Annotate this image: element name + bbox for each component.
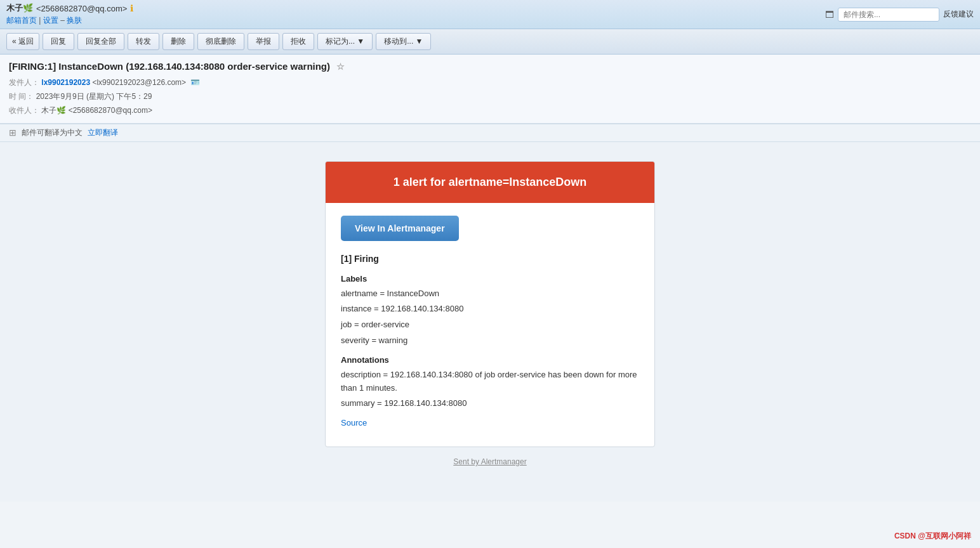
translate-bar: ⊞ 邮件可翻译为中文 立即翻译 (0, 124, 980, 142)
annotations-title: Annotations (341, 355, 639, 365)
window-icon: 🗖 (825, 10, 834, 20)
email-card: 1 alert for alertname=InstanceDown View … (325, 161, 655, 448)
description-text: description = 192.168.140.134:8080 of jo… (341, 369, 639, 395)
search-input[interactable] (838, 8, 939, 22)
reply-all-button[interactable]: 回复全部 (77, 33, 124, 50)
label-instance: instance = 192.168.140.134:8080 (341, 303, 639, 316)
sent-by: Sent by Alertmanager (13, 447, 967, 476)
sent-by-link[interactable]: Sent by Alertmanager (453, 457, 526, 466)
top-bar: 木子🌿 <2568682870@qq.com> ℹ 邮箱首页 | 设置 – 换肤… (0, 0, 980, 29)
email-subject: [FIRING:1] InstanceDown (192.168.140.134… (9, 61, 971, 72)
email-meta: [FIRING:1] InstanceDown (192.168.140.134… (0, 55, 980, 124)
top-bar-links: 邮箱首页 | 设置 – 换肤 (6, 15, 133, 26)
label-job: job = order-service (341, 318, 639, 332)
username-display: 木子🌿 (6, 3, 33, 14)
alert-header: 1 alert for alertname=InstanceDown (326, 162, 654, 203)
label-alertname: alertname = InstanceDown (341, 287, 639, 301)
from-name-link[interactable]: lx9902192023 (41, 78, 90, 87)
inbox-link[interactable]: 邮箱首页 (6, 16, 37, 25)
to-row: 收件人： 木子🌿 <2568682870@qq.com> (9, 105, 971, 117)
translate-link[interactable]: 立即翻译 (88, 127, 118, 138)
switch-link[interactable]: 换肤 (67, 16, 82, 25)
from-row: 发件人： lx9902192023 <lx9902192023@126.com>… (9, 77, 971, 89)
annotations-section: Annotations description = 192.168.140.13… (341, 355, 639, 410)
summary-text: summary = 192.168.140.134:8080 (341, 397, 639, 410)
top-bar-left: 木子🌿 <2568682870@qq.com> ℹ 邮箱首页 | 设置 – 换肤 (6, 3, 133, 26)
email-address-display: <2568682870@qq.com> (36, 4, 127, 13)
forward-button[interactable]: 转发 (128, 33, 159, 50)
label-severity: severity = warning (341, 334, 639, 348)
labels-title: Labels (341, 274, 639, 284)
settings-link[interactable]: 设置 (43, 16, 58, 25)
card-icon: 🪪 (190, 78, 200, 87)
info-icon: ℹ (130, 3, 133, 13)
delete-permanent-button[interactable]: 彻底删除 (197, 33, 244, 50)
mark-as-button[interactable]: 标记为... ▼ (317, 33, 373, 50)
translate-icon: ⊞ (9, 127, 17, 138)
time-row: 时 间： 2023年9月9日 (星期六) 下午5：29 (9, 91, 971, 103)
alert-content: View In Alertmanager [1] Firing Labels a… (326, 203, 654, 447)
top-bar-right: 🗖 反馈建议 (825, 8, 974, 22)
firing-title: [1] Firing (341, 254, 639, 264)
view-in-alertmanager-button[interactable]: View In Alertmanager (341, 216, 459, 241)
report-button[interactable]: 举报 (248, 33, 279, 50)
toolbar: « 返回 回复 回复全部 转发 删除 彻底删除 举报 拒收 标记为... ▼ 移… (0, 29, 980, 55)
reply-button[interactable]: 回复 (43, 33, 74, 50)
source-link[interactable]: Source (341, 418, 367, 427)
email-body: 1 alert for alertname=InstanceDown View … (0, 142, 980, 502)
star-icon[interactable]: ☆ (336, 62, 345, 72)
move-to-button[interactable]: 移动到... ▼ (376, 33, 431, 50)
feedback-button[interactable]: 反馈建议 (943, 9, 974, 20)
reject-button[interactable]: 拒收 (282, 33, 314, 50)
back-button[interactable]: « 返回 (6, 33, 39, 50)
delete-button[interactable]: 删除 (162, 33, 194, 50)
